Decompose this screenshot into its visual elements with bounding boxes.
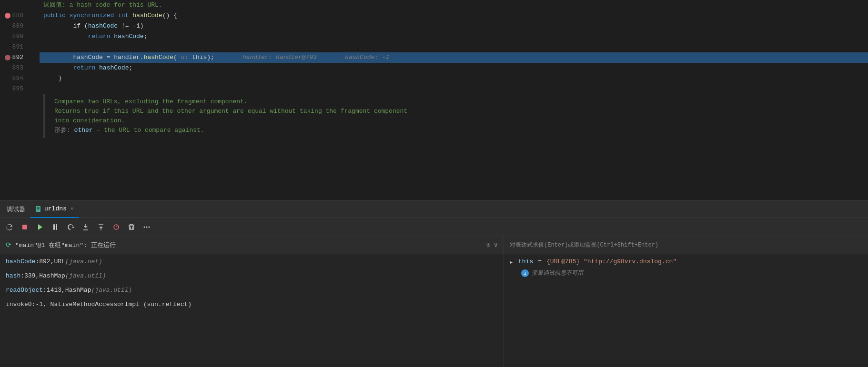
line-number-892: 892: [0, 52, 27, 63]
filter-icon[interactable]: ⚗: [486, 241, 490, 249]
svg-point-10: [144, 226, 145, 228]
frame-item[interactable]: hashCode:892, URL (java.net): [0, 254, 504, 268]
frame-item[interactable]: readObject:1413, HashMap (java.util): [0, 283, 504, 297]
line-number-888: 888: [0, 10, 27, 21]
breakpoint-red-icon: [5, 13, 10, 19]
code-line: [40, 42, 868, 52]
resume-button[interactable]: [34, 221, 46, 233]
svg-rect-6: [53, 224, 55, 230]
doc-line: into consideration.: [54, 116, 868, 126]
doc-comment-box: Compares two URLs, excluding the fragmen…: [43, 94, 868, 138]
svg-rect-7: [56, 224, 57, 230]
variables-list[interactable]: ▶this = {URL@785} "http://g98vrv.dnslog.…: [504, 254, 868, 367]
code-line: [40, 84, 868, 94]
code-lines[interactable]: 返回值: a hash code for this URL.public syn…: [40, 0, 868, 200]
step-into-button[interactable]: [80, 221, 91, 233]
var-key: this: [518, 258, 533, 265]
tab-urldns-label: urldns: [44, 205, 67, 212]
rerun-button[interactable]: [4, 221, 15, 233]
debugger-label[interactable]: 调试器: [4, 204, 28, 215]
thread-icon: ⟳: [6, 241, 11, 249]
code-line: hashCode = handler.hashCode( u: this); h…: [40, 52, 868, 63]
info-icon: i: [521, 269, 529, 277]
file-icon: [35, 206, 41, 212]
variable-item[interactable]: i变量调试信息不可用: [504, 267, 868, 279]
line-number-891: 891: [0, 42, 27, 52]
svg-point-11: [146, 226, 148, 228]
line-numbers: 888889890891892893894895: [0, 0, 31, 200]
line-number-889: 889: [0, 21, 27, 31]
svg-rect-4: [22, 225, 27, 229]
code-line: return hashCode;: [40, 31, 868, 42]
panel-content: ⟳ "main"@1 在组"main": 正在运行 ⚗ ∨ hashCode:8…: [0, 236, 868, 367]
variables-header: 对表达式求值(Enter)或添加监视(Ctrl+Shift+Enter): [504, 236, 868, 254]
tab-urldns[interactable]: urldns ×: [30, 201, 79, 218]
frames-status: ⟳ "main"@1 在组"main": 正在运行 ⚗ ∨: [0, 236, 504, 254]
status-text: "main"@1 在组"main": 正在运行: [15, 241, 116, 249]
variable-item[interactable]: ▶this = {URL@785} "http://g98vrv.dnslog.…: [504, 256, 868, 267]
panel-tabs: 调试器 urldns ×: [0, 201, 868, 218]
line-number-893: 893: [0, 63, 27, 73]
frame-item[interactable]: hash:339, HashMap (java.util): [0, 268, 504, 283]
stop-button[interactable]: [19, 221, 30, 233]
gutter: [31, 0, 40, 200]
frame-list: hashCode:892, URL (java.net)hash:339, Ha…: [0, 254, 504, 367]
variables-hint-text: 对表达式求值(Enter)或添加监视(Ctrl+Shift+Enter): [510, 241, 658, 249]
code-line: 返回值: a hash code for this URL.: [40, 0, 868, 10]
line-number-895: 895: [0, 84, 27, 94]
svg-marker-5: [38, 224, 42, 230]
svg-point-12: [149, 226, 150, 228]
line-number-890: 890: [0, 31, 27, 42]
code-line: }: [40, 73, 868, 84]
doc-line: 形参: other – the URL to compare against.: [54, 126, 868, 135]
frames-panel: ⟳ "main"@1 在组"main": 正在运行 ⚗ ∨ hashCode:8…: [0, 236, 504, 367]
expand-icon[interactable]: ▶: [510, 259, 515, 265]
code-line: public synchronized int hashCode() {: [40, 10, 868, 21]
panel-toolbar: [0, 218, 868, 236]
line-number-894: 894: [0, 73, 27, 84]
variables-panel: 对表达式求值(Enter)或添加监视(Ctrl+Shift+Enter) ▶th…: [504, 236, 868, 367]
chevron-down-icon[interactable]: ∨: [494, 241, 498, 249]
step-over-button[interactable]: [65, 221, 76, 233]
clear-button[interactable]: [126, 221, 137, 233]
tab-close-icon[interactable]: ×: [70, 205, 75, 213]
var-value: {URL@785} "http://g98vrv.dnslog.cn": [546, 258, 676, 265]
pause-button[interactable]: [50, 221, 61, 233]
var-info-text: 变量调试信息不可用: [532, 269, 583, 277]
doc-line: Returns true if this URL and the other a…: [54, 107, 868, 116]
doc-line: Compares two URLs, excluding the fragmen…: [54, 97, 868, 107]
code-line: if (hashCode != -1): [40, 21, 868, 31]
line-number-empty: [0, 0, 27, 10]
breakpoint-pink-icon: [5, 55, 10, 60]
code-line: return hashCode;: [40, 63, 868, 73]
reset-button[interactable]: [111, 221, 122, 233]
more-button[interactable]: [141, 221, 152, 233]
bottom-panel: 调试器 urldns ×: [0, 200, 868, 367]
frame-item[interactable]: invoke0:-1, NativeMethodAccessorImpl (su…: [0, 297, 504, 311]
code-container: 888889890891892893894895 返回值: a hash cod…: [0, 0, 868, 200]
editor-area: 888889890891892893894895 返回值: a hash cod…: [0, 0, 868, 200]
step-out-button[interactable]: [95, 221, 107, 233]
